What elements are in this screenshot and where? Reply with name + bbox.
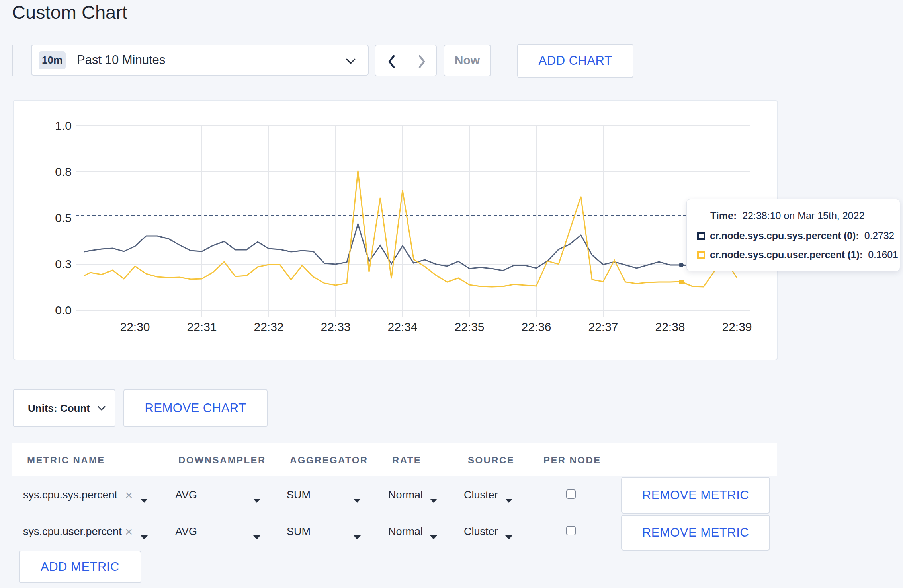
svg-text:22:32: 22:32 <box>254 320 283 333</box>
svg-text:1.0: 1.0 <box>55 119 72 132</box>
svg-text:22:39: 22:39 <box>722 320 752 333</box>
svg-text:0.3: 0.3 <box>55 257 72 271</box>
svg-text:22:38: 22:38 <box>655 320 685 333</box>
svg-text:0.8: 0.8 <box>55 165 72 178</box>
svg-text:0.0: 0.0 <box>55 304 72 317</box>
svg-text:0.5: 0.5 <box>55 211 72 224</box>
svg-text:22:31: 22:31 <box>187 320 217 333</box>
svg-text:22:33: 22:33 <box>321 320 350 333</box>
svg-text:22:35: 22:35 <box>454 320 484 333</box>
svg-text:22:34: 22:34 <box>387 320 417 333</box>
svg-text:22:36: 22:36 <box>521 320 551 333</box>
svg-text:22:37: 22:37 <box>588 320 618 333</box>
svg-text:22:30: 22:30 <box>120 320 150 333</box>
